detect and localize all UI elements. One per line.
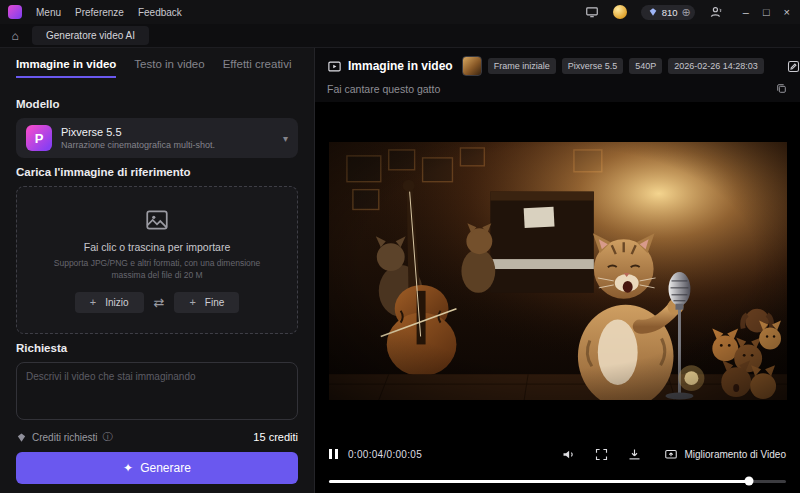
volume-icon[interactable] bbox=[561, 447, 576, 462]
edit-icon[interactable] bbox=[786, 59, 800, 74]
image-icon bbox=[144, 207, 170, 235]
video-still-cats-band bbox=[329, 142, 787, 400]
badge-resolution: 540P bbox=[629, 58, 662, 74]
credits-required-label: Crediti richiesti bbox=[32, 432, 98, 443]
mode-tabs: Immagine in video Testo in video Effetti… bbox=[16, 58, 298, 78]
preferences-button[interactable]: Preferenze bbox=[75, 7, 124, 18]
swap-frames-icon[interactable]: ⇄ bbox=[154, 295, 165, 310]
membership-badge-icon[interactable] bbox=[613, 5, 627, 19]
tab-testo-in-video[interactable]: Testo in video bbox=[134, 58, 204, 78]
result-thumbnail[interactable] bbox=[462, 56, 482, 76]
model-description: Narrazione cinematografica multi-shot. bbox=[61, 140, 215, 150]
enhance-icon bbox=[664, 447, 678, 461]
enhance-video-button[interactable]: Miglioramento di Video bbox=[664, 447, 786, 461]
model-name: Pixverse 5.5 bbox=[61, 126, 215, 138]
menu-button[interactable]: Menu bbox=[36, 7, 61, 18]
image-to-video-icon bbox=[327, 59, 342, 74]
chevron-down-icon: ▾ bbox=[283, 133, 288, 144]
upload-section-label: Carica l'immagine di riferimento bbox=[16, 166, 298, 178]
pause-button[interactable] bbox=[329, 449, 338, 459]
home-button[interactable]: ⌂ bbox=[6, 27, 24, 45]
gem-icon bbox=[16, 432, 27, 443]
badge-frame-iniziale: Frame iniziale bbox=[488, 58, 556, 74]
model-info: Pixverse 5.5 Narrazione cinematografica … bbox=[61, 126, 215, 150]
start-frame-label: Inizio bbox=[105, 297, 128, 308]
plus-icon: + bbox=[90, 297, 96, 308]
end-frame-label: Fine bbox=[205, 297, 224, 308]
progress-row bbox=[315, 469, 800, 493]
frame-buttons: + Inizio ⇄ + Fine bbox=[75, 292, 240, 313]
tab-immagine-in-video[interactable]: Immagine in video bbox=[16, 58, 116, 78]
dropzone-title: Fai clic o trascina per importare bbox=[84, 241, 230, 253]
result-title: Immagine in video bbox=[348, 59, 453, 73]
progress-knob[interactable] bbox=[745, 477, 754, 486]
prompt-row: Fai cantare questo gatto bbox=[315, 82, 800, 102]
maximize-button[interactable]: □ bbox=[763, 7, 770, 18]
window-controls: – □ × bbox=[743, 7, 790, 18]
result-header: Immagine in video Frame iniziale Pixvers… bbox=[315, 48, 800, 82]
credits-pill[interactable]: 810 ⊕ bbox=[641, 5, 695, 20]
progress-played bbox=[329, 480, 749, 483]
dropzone-hint: Supporta JPG/PNG e altri formati, con un… bbox=[41, 258, 273, 282]
add-credits-icon[interactable]: ⊕ bbox=[682, 7, 691, 18]
close-button[interactable]: × bbox=[784, 7, 790, 18]
result-prompt-text: Fai cantare questo gatto bbox=[327, 83, 440, 95]
model-logo-icon: P bbox=[26, 125, 52, 151]
credits-count: 810 bbox=[662, 7, 678, 18]
image-dropzone[interactable]: Fai clic o trascina per importare Suppor… bbox=[16, 186, 298, 334]
generate-label: Generare bbox=[140, 461, 191, 475]
credits-required-value: 15 crediti bbox=[253, 431, 298, 443]
badge-model: Pixverse 5.5 bbox=[562, 58, 624, 74]
app-logo-icon bbox=[8, 5, 22, 19]
titlebar: Menu Preferenze Feedback 810 ⊕ – □ × bbox=[0, 0, 800, 24]
tab-label: Generatore video AI bbox=[46, 30, 135, 41]
app-window: Menu Preferenze Feedback 810 ⊕ – □ × ⌂ G… bbox=[0, 0, 800, 493]
generator-sidebar: Immagine in video Testo in video Effetti… bbox=[0, 48, 315, 493]
download-icon[interactable] bbox=[627, 447, 642, 462]
credits-row: Crediti richiesti ⓘ 15 crediti bbox=[16, 430, 298, 444]
invite-user-icon[interactable] bbox=[709, 5, 723, 19]
main-area: Immagine in video Testo in video Effetti… bbox=[0, 48, 800, 493]
minimize-button[interactable]: – bbox=[743, 7, 749, 18]
prompt-input[interactable] bbox=[16, 362, 298, 420]
gem-icon bbox=[648, 7, 658, 17]
player-controls: 0:00:04/0:00:05 Miglioramento di Video bbox=[315, 439, 800, 469]
playback-time: 0:00:04/0:00:05 bbox=[348, 449, 422, 460]
tab-effetti-creativi[interactable]: Effetti creativi bbox=[223, 58, 292, 78]
result-panel: Immagine in video Frame iniziale Pixvers… bbox=[315, 48, 800, 493]
generate-button[interactable]: ✦ Generare bbox=[16, 452, 298, 484]
video-stage: 0:00:04/0:00:05 Miglioramento di Video bbox=[315, 102, 800, 493]
request-section-label: Richiesta bbox=[16, 342, 298, 354]
timestamp-badge: 2026-02-26 14:28:03 bbox=[668, 58, 764, 74]
tabbar: ⌂ Generatore video AI bbox=[0, 24, 800, 48]
copy-icon[interactable] bbox=[775, 82, 788, 95]
sparkle-icon: ✦ bbox=[123, 461, 133, 475]
end-frame-button[interactable]: + Fine bbox=[174, 292, 239, 313]
video-wrapper bbox=[315, 102, 800, 439]
display-icon[interactable] bbox=[585, 5, 599, 19]
info-icon[interactable]: ⓘ bbox=[103, 430, 113, 444]
model-select[interactable]: P Pixverse 5.5 Narrazione cinematografic… bbox=[16, 118, 298, 158]
start-frame-button[interactable]: + Inizio bbox=[75, 292, 144, 313]
feedback-button[interactable]: Feedback bbox=[138, 7, 182, 18]
model-section-label: Modello bbox=[16, 98, 298, 110]
fullscreen-icon[interactable] bbox=[594, 447, 609, 462]
sidebar-spacer bbox=[16, 420, 298, 424]
enhance-label: Miglioramento di Video bbox=[684, 449, 786, 460]
video-frame[interactable] bbox=[329, 142, 787, 400]
tab-generatore-video-ai[interactable]: Generatore video AI bbox=[32, 26, 149, 45]
plus-icon: + bbox=[189, 297, 195, 308]
progress-bar[interactable] bbox=[329, 480, 786, 483]
